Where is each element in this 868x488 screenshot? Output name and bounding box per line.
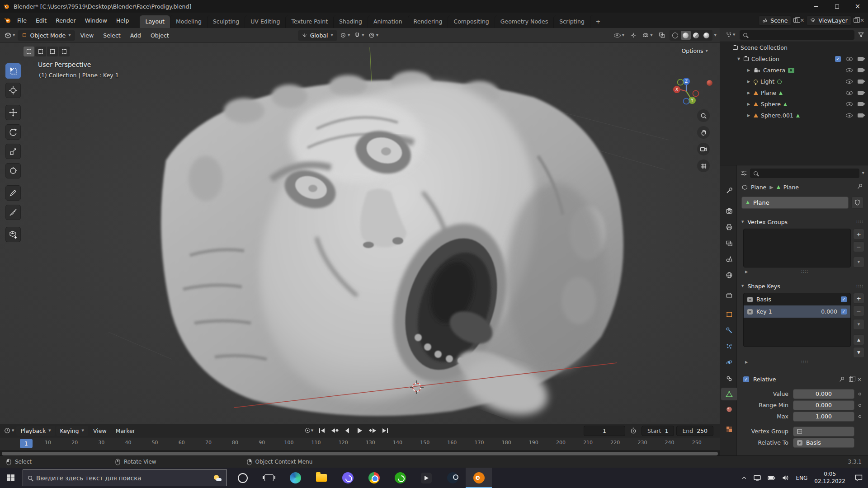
volume-tray-icon[interactable] — [782, 475, 789, 481]
properties-editor-icon[interactable] — [741, 170, 747, 177]
workspace-tab-geometry-nodes[interactable]: Geometry Nodes — [495, 15, 553, 28]
outliner-row-collection[interactable]: ▼ Collection — [720, 53, 868, 65]
remove-shape-key-button[interactable]: − — [853, 305, 864, 316]
frame-start-field[interactable]: Start1 — [642, 426, 675, 436]
app-icon-whatsapp[interactable] — [387, 468, 413, 488]
range-min-field[interactable]: 0.000 — [793, 400, 854, 410]
disable-render-camera-icon[interactable] — [858, 91, 863, 95]
jump-to-end-button[interactable] — [380, 425, 391, 436]
chevron-right-icon[interactable]: ▶ — [746, 91, 751, 95]
shape-key-row-key-1[interactable]: Key 1 0.000 — [744, 305, 850, 318]
viewport-menu-select[interactable]: Select — [99, 30, 125, 41]
workspace-tab-texture-paint[interactable]: Texture Paint — [285, 15, 333, 28]
viewlayer-selector[interactable]: ViewLayer — [807, 15, 851, 26]
search-input[interactable] — [36, 474, 209, 482]
camera-data-icon[interactable] — [788, 68, 794, 73]
animate-decorator[interactable] — [856, 404, 863, 407]
menu-edit[interactable]: Edit — [31, 15, 51, 26]
tab-object-data[interactable] — [721, 388, 737, 400]
scrollbar-thumb[interactable] — [2, 452, 718, 455]
disable-render-camera-icon[interactable] — [858, 102, 863, 106]
unlink-scene-icon[interactable]: × — [800, 18, 804, 23]
tool-select-box[interactable] — [5, 63, 21, 79]
tab-render[interactable] — [721, 205, 737, 217]
move-shape-key-up-button[interactable]: ▲ — [853, 334, 864, 345]
outliner-editor-type[interactable]: ▼ — [724, 29, 736, 40]
tab-constraints[interactable] — [721, 372, 737, 385]
toggle-xray-button[interactable] — [656, 30, 668, 41]
tab-texture[interactable] — [721, 423, 737, 436]
light-data-icon[interactable] — [777, 80, 782, 84]
workspace-tab-uv-editing[interactable]: UV Editing — [245, 15, 285, 28]
animate-decorator[interactable] — [856, 415, 863, 418]
proportional-editing-dropdown[interactable]: ▼ — [367, 30, 380, 41]
shading-wireframe-button[interactable] — [670, 31, 680, 40]
workspace-tab-rendering[interactable]: Rendering — [408, 15, 448, 28]
timeline-menu-view[interactable]: View — [89, 426, 111, 436]
shape-keys-section-header[interactable]: ▼ Shape Keys ∷∷ — [737, 279, 868, 293]
taskbar-search-box[interactable] — [23, 469, 227, 486]
maximize-button[interactable] — [826, 0, 847, 13]
display-tray-icon[interactable] — [754, 475, 761, 481]
mode-dropdown[interactable]: Object Mode — [18, 30, 75, 41]
app-icon-media[interactable] — [413, 468, 439, 488]
viewport-menu-view[interactable]: View — [76, 30, 98, 41]
app-icon-chrome[interactable] — [361, 468, 387, 488]
options-dropdown[interactable]: Options ▼ — [681, 47, 708, 54]
app-icon-steam[interactable] — [439, 468, 466, 488]
section-grip[interactable]: ∷∷ — [856, 219, 863, 225]
mesh-data-icon[interactable] — [796, 114, 800, 117]
app-icon-task-view[interactable] — [256, 468, 282, 488]
clock[interactable]: 0:05 02.12.2022 — [814, 471, 845, 485]
tab-world[interactable] — [721, 269, 737, 282]
disable-render-camera-icon[interactable] — [858, 68, 863, 72]
workspace-tab-scripting[interactable]: Scripting — [553, 15, 590, 28]
new-viewlayer-icon[interactable] — [854, 18, 858, 23]
section-grip[interactable]: ∷∷ — [856, 283, 863, 289]
play-reverse-button[interactable] — [342, 425, 353, 436]
viewport-menu-object[interactable]: Object — [146, 30, 173, 41]
app-icon-explorer[interactable] — [308, 468, 335, 488]
shading-material-button[interactable] — [691, 31, 701, 40]
tab-scene[interactable] — [721, 253, 737, 265]
action-center-button[interactable] — [849, 468, 868, 488]
shading-solid-button[interactable] — [681, 31, 691, 40]
data-name-field[interactable]: Plane — [741, 197, 849, 209]
chevron-right-icon[interactable]: ▶ — [746, 80, 751, 84]
outliner-row-light[interactable]: ▶ Light — [720, 76, 868, 87]
select-mode-intersect-button[interactable] — [59, 47, 70, 56]
select-mode-subtract-button[interactable] — [47, 47, 58, 56]
outliner-row-camera[interactable]: ▶ Camera — [720, 65, 868, 76]
add-workspace-button[interactable]: + — [590, 15, 606, 28]
animate-decorator[interactable] — [856, 393, 863, 395]
shape-key-mute-checkbox[interactable] — [841, 296, 847, 302]
tool-annotate[interactable] — [5, 185, 21, 201]
scene-selector[interactable]: Scene — [759, 15, 791, 26]
breadcrumb-data[interactable]: Plane — [783, 184, 799, 191]
shape-key-value[interactable]: 0.000 — [821, 308, 837, 315]
relative-checkbox[interactable] — [743, 376, 749, 382]
chevron-right-icon[interactable]: ▶ — [746, 113, 751, 117]
menu-render[interactable]: Render — [51, 15, 80, 26]
tab-collection[interactable] — [721, 289, 737, 301]
select-mode-extend-button[interactable] — [35, 47, 46, 56]
tab-modifiers[interactable] — [721, 324, 737, 337]
tool-move[interactable] — [5, 105, 21, 120]
hide-viewport-eye-icon[interactable] — [846, 57, 853, 61]
jump-to-start-button[interactable] — [316, 425, 327, 436]
chevron-right-icon[interactable]: ▶ — [746, 68, 751, 72]
tab-tool[interactable] — [721, 184, 737, 197]
timeline-menu-marker[interactable]: Marker — [112, 426, 139, 436]
app-icon-edge[interactable] — [282, 468, 308, 488]
move-shape-key-down-button[interactable]: ▼ — [853, 347, 864, 358]
transform-orientation-dropdown[interactable]: Global — [298, 30, 337, 41]
timeline-ruler[interactable]: 10 20 30 40 50 60 70 80 90 100 110 120 1… — [0, 437, 720, 450]
copy-icon[interactable] — [849, 377, 853, 382]
navigation-gizmo[interactable]: Z X Y — [672, 77, 700, 105]
zoom-view-button[interactable] — [697, 109, 710, 122]
viewport-menu-add[interactable]: Add — [126, 30, 145, 41]
tab-material[interactable] — [721, 403, 737, 416]
app-icon-viber[interactable] — [335, 468, 361, 488]
outliner-search-field[interactable] — [740, 30, 854, 40]
properties-search-field[interactable] — [750, 169, 859, 178]
